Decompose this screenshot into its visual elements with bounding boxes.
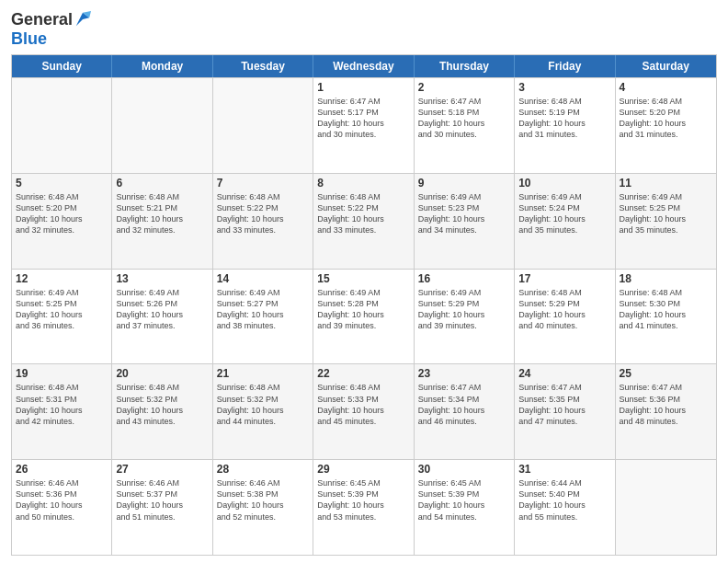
day-info: Sunrise: 6:46 AM Sunset: 5:38 PM Dayligh… [217,477,309,523]
day-info: Sunrise: 6:47 AM Sunset: 5:35 PM Dayligh… [518,382,610,427]
calendar-cell: 10Sunrise: 6:49 AM Sunset: 5:24 PM Dayli… [515,174,615,269]
calendar-row-5: 26Sunrise: 6:46 AM Sunset: 5:36 PM Dayli… [12,459,716,555]
calendar-cell: 22Sunrise: 6:48 AM Sunset: 5:33 PM Dayli… [313,364,414,459]
day-number: 11 [620,177,712,190]
header-cell-tuesday: Tuesday [213,55,313,77]
calendar-cell: 28Sunrise: 6:46 AM Sunset: 5:38 PM Dayli… [213,460,313,555]
day-number: 3 [518,81,610,94]
day-info: Sunrise: 6:44 AM Sunset: 5:40 PM Dayligh… [518,477,610,523]
day-number: 16 [418,272,510,285]
calendar-row-4: 19Sunrise: 6:48 AM Sunset: 5:31 PM Dayli… [12,363,716,459]
day-info: Sunrise: 6:48 AM Sunset: 5:32 PM Dayligh… [116,382,208,427]
day-info: Sunrise: 6:48 AM Sunset: 5:20 PM Dayligh… [16,191,108,236]
day-number: 9 [418,177,510,190]
day-number: 27 [116,463,208,476]
day-info: Sunrise: 6:45 AM Sunset: 5:39 PM Dayligh… [317,477,409,523]
header-cell-monday: Monday [112,55,212,77]
day-info: Sunrise: 6:49 AM Sunset: 5:25 PM Dayligh… [620,191,712,236]
calendar-cell: 19Sunrise: 6:48 AM Sunset: 5:31 PM Dayli… [12,364,112,459]
day-number: 31 [518,463,610,476]
calendar-cell: 30Sunrise: 6:45 AM Sunset: 5:39 PM Dayli… [415,460,515,555]
logo-blue-text: Blue [11,29,47,48]
calendar-cell: 13Sunrise: 6:49 AM Sunset: 5:26 PM Dayli… [112,270,212,364]
calendar-cell: 29Sunrise: 6:45 AM Sunset: 5:39 PM Dayli… [313,460,414,555]
header-cell-thursday: Thursday [415,55,515,77]
calendar-cell: 9Sunrise: 6:49 AM Sunset: 5:23 PM Daylig… [415,174,515,269]
calendar-cell: 14Sunrise: 6:49 AM Sunset: 5:27 PM Dayli… [213,270,313,364]
calendar-header-row: SundayMondayTuesdayWednesdayThursdayFrid… [12,55,716,77]
page-container: General Blue SundayMondayTuesdayWednesda… [0,0,728,563]
day-info: Sunrise: 6:49 AM Sunset: 5:25 PM Dayligh… [16,287,108,332]
calendar-cell [12,78,112,173]
day-info: Sunrise: 6:48 AM Sunset: 5:22 PM Dayligh… [317,191,409,236]
day-number: 13 [116,272,208,285]
day-info: Sunrise: 6:47 AM Sunset: 5:36 PM Dayligh… [620,382,712,427]
calendar-cell: 4Sunrise: 6:48 AM Sunset: 5:20 PM Daylig… [616,78,716,173]
logo-general-text: General [11,10,73,29]
calendar-cell: 6Sunrise: 6:48 AM Sunset: 5:21 PM Daylig… [112,174,212,269]
calendar-row-2: 5Sunrise: 6:48 AM Sunset: 5:20 PM Daylig… [12,173,716,269]
calendar-row-3: 12Sunrise: 6:49 AM Sunset: 5:25 PM Dayli… [12,269,716,364]
day-info: Sunrise: 6:49 AM Sunset: 5:29 PM Dayligh… [418,287,510,332]
day-info: Sunrise: 6:48 AM Sunset: 5:22 PM Dayligh… [217,191,309,236]
day-info: Sunrise: 6:48 AM Sunset: 5:30 PM Dayligh… [620,287,712,332]
day-info: Sunrise: 6:47 AM Sunset: 5:18 PM Dayligh… [418,96,510,141]
day-number: 29 [317,463,409,476]
day-info: Sunrise: 6:49 AM Sunset: 5:28 PM Dayligh… [317,287,409,332]
day-info: Sunrise: 6:48 AM Sunset: 5:33 PM Dayligh… [317,382,409,427]
day-info: Sunrise: 6:49 AM Sunset: 5:27 PM Dayligh… [217,287,309,332]
calendar-cell: 24Sunrise: 6:47 AM Sunset: 5:35 PM Dayli… [515,364,615,459]
day-number: 5 [16,177,108,190]
calendar-cell: 17Sunrise: 6:48 AM Sunset: 5:29 PM Dayli… [515,270,615,364]
day-number: 30 [418,463,510,476]
logo-bird-icon [74,9,91,29]
day-info: Sunrise: 6:49 AM Sunset: 5:24 PM Dayligh… [518,191,610,236]
calendar-cell: 2Sunrise: 6:47 AM Sunset: 5:18 PM Daylig… [415,78,515,173]
day-info: Sunrise: 6:47 AM Sunset: 5:17 PM Dayligh… [317,96,409,141]
calendar-cell [112,78,212,173]
day-number: 22 [317,367,409,380]
day-number: 28 [217,463,309,476]
calendar-cell: 8Sunrise: 6:48 AM Sunset: 5:22 PM Daylig… [313,174,414,269]
header: General Blue [11,9,717,49]
day-info: Sunrise: 6:48 AM Sunset: 5:19 PM Dayligh… [518,96,610,141]
day-number: 1 [317,81,409,94]
day-number: 14 [217,272,309,285]
calendar-cell: 1Sunrise: 6:47 AM Sunset: 5:17 PM Daylig… [313,78,414,173]
day-number: 15 [317,272,409,285]
calendar-cell [616,460,716,555]
calendar-cell: 11Sunrise: 6:49 AM Sunset: 5:25 PM Dayli… [616,174,716,269]
day-number: 26 [16,463,108,476]
calendar-cell: 3Sunrise: 6:48 AM Sunset: 5:19 PM Daylig… [515,78,615,173]
day-info: Sunrise: 6:49 AM Sunset: 5:26 PM Dayligh… [116,287,208,332]
header-cell-sunday: Sunday [12,55,112,77]
calendar-cell: 23Sunrise: 6:47 AM Sunset: 5:34 PM Dayli… [415,364,515,459]
calendar-cell: 5Sunrise: 6:48 AM Sunset: 5:20 PM Daylig… [12,174,112,269]
day-number: 2 [418,81,510,94]
day-number: 12 [16,272,108,285]
day-info: Sunrise: 6:47 AM Sunset: 5:34 PM Dayligh… [418,382,510,427]
calendar-cell: 12Sunrise: 6:49 AM Sunset: 5:25 PM Dayli… [12,270,112,364]
header-cell-wednesday: Wednesday [313,55,414,77]
calendar-body: 1Sunrise: 6:47 AM Sunset: 5:17 PM Daylig… [12,77,716,555]
day-number: 19 [16,367,108,380]
calendar-cell: 16Sunrise: 6:49 AM Sunset: 5:29 PM Dayli… [415,270,515,364]
day-number: 25 [620,367,712,380]
day-info: Sunrise: 6:45 AM Sunset: 5:39 PM Dayligh… [418,477,510,523]
calendar-cell: 27Sunrise: 6:46 AM Sunset: 5:37 PM Dayli… [112,460,212,555]
calendar-cell [213,78,313,173]
day-number: 8 [317,177,409,190]
header-cell-saturday: Saturday [616,55,716,77]
calendar-cell: 15Sunrise: 6:49 AM Sunset: 5:28 PM Dayli… [313,270,414,364]
calendar-cell: 26Sunrise: 6:46 AM Sunset: 5:36 PM Dayli… [12,460,112,555]
day-number: 24 [518,367,610,380]
calendar-cell: 20Sunrise: 6:48 AM Sunset: 5:32 PM Dayli… [112,364,212,459]
day-number: 21 [217,367,309,380]
calendar-cell: 25Sunrise: 6:47 AM Sunset: 5:36 PM Dayli… [616,364,716,459]
day-number: 7 [217,177,309,190]
calendar-cell: 21Sunrise: 6:48 AM Sunset: 5:32 PM Dayli… [213,364,313,459]
calendar: SundayMondayTuesdayWednesdayThursdayFrid… [11,54,717,556]
calendar-cell: 7Sunrise: 6:48 AM Sunset: 5:22 PM Daylig… [213,174,313,269]
day-number: 17 [518,272,610,285]
header-cell-friday: Friday [515,55,615,77]
